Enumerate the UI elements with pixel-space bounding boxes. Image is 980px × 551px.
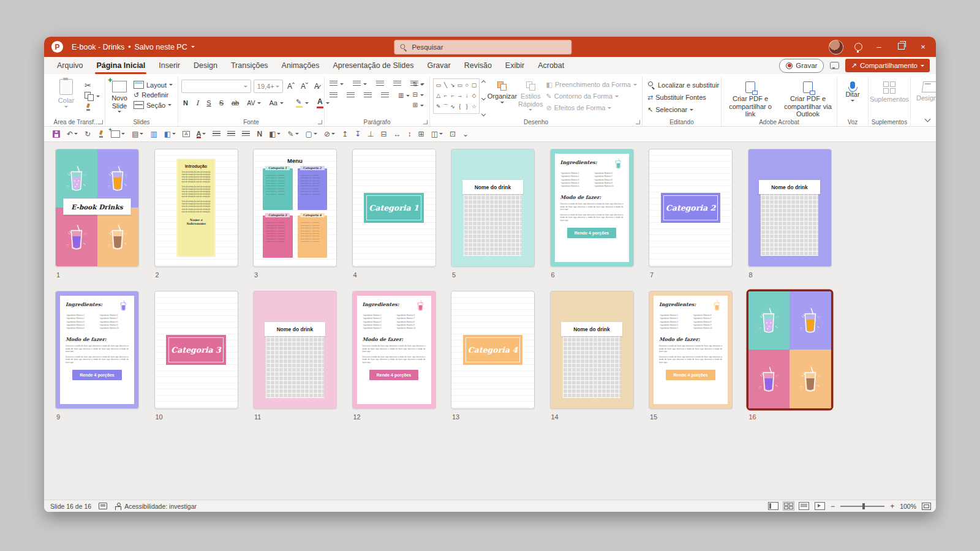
slide-thumbnail-5[interactable]: Nome do drink bbox=[451, 149, 535, 267]
shape-cell[interactable]: ⌐ bbox=[449, 92, 456, 100]
minimize-button[interactable]: – bbox=[873, 42, 884, 51]
underline-button[interactable]: S bbox=[205, 99, 213, 107]
qat-align-right[interactable] bbox=[242, 131, 250, 137]
create-pdf-link-button[interactable]: Criar PDF e compartilhar o link bbox=[725, 77, 776, 118]
dialog-launcher-icon[interactable] bbox=[99, 120, 103, 124]
find-replace-button[interactable]: Localizar e substituir bbox=[646, 80, 718, 89]
qat-align-left[interactable] bbox=[213, 131, 221, 137]
tab-design[interactable]: Design bbox=[187, 57, 224, 74]
shape-cell[interactable]: ▢ bbox=[470, 81, 478, 90]
shape-cell[interactable]: ↘ bbox=[449, 81, 456, 90]
strikethrough-button[interactable]: S bbox=[217, 99, 225, 107]
shape-cell[interactable]: ╲ bbox=[442, 81, 450, 90]
grow-font-button[interactable]: Aˆ bbox=[285, 81, 296, 91]
close-button[interactable]: × bbox=[918, 42, 929, 51]
tab-arquivo[interactable]: Arquivo bbox=[50, 57, 89, 74]
replace-fonts-button[interactable]: ⇄Substituir Fontes bbox=[646, 93, 718, 102]
shape-cell[interactable]: ◇ bbox=[470, 92, 478, 100]
highlight-color-button[interactable]: ✎ bbox=[294, 97, 311, 108]
user-avatar[interactable] bbox=[829, 40, 843, 54]
slide-thumbnail-13[interactable]: Categoria 4 bbox=[451, 291, 535, 409]
text-direction-button[interactable]: ⇅ bbox=[411, 81, 426, 88]
new-slide-button[interactable]: Novo Slide bbox=[108, 77, 130, 118]
qat-align-middle[interactable]: ⊟ bbox=[381, 130, 387, 138]
slide-thumbnail-15[interactable]: Ingredientes:♡♡· Ingrediente Número 1· I… bbox=[649, 291, 733, 409]
shrink-font-button[interactable]: Aˇ bbox=[299, 81, 310, 91]
tab-animacoes[interactable]: Animações bbox=[275, 57, 326, 74]
format-painter-button[interactable] bbox=[83, 103, 102, 111]
shape-cell[interactable]: ○ bbox=[464, 81, 471, 90]
qat-crop[interactable]: ⊡ bbox=[450, 130, 456, 138]
qat-text-box[interactable]: A bbox=[183, 131, 189, 137]
slide-thumbnail-3[interactable]: MenuCategoria 1· Drink número 1 - descri… bbox=[253, 149, 337, 267]
addins-button[interactable]: Suplementos bbox=[872, 77, 907, 103]
shape-cell[interactable]: ⌐ bbox=[442, 92, 450, 100]
italic-button[interactable]: I bbox=[194, 99, 200, 108]
fit-slide-icon[interactable] bbox=[922, 503, 931, 510]
qat-align-center-v[interactable]: ⊞ bbox=[418, 130, 424, 138]
align-center-button[interactable] bbox=[345, 92, 356, 99]
shape-effects-button[interactable]: ⊘Efeitos de Forma bbox=[544, 103, 639, 112]
align-left-button[interactable] bbox=[328, 92, 339, 99]
double-strikethrough-button[interactable]: ab bbox=[230, 99, 241, 107]
document-title[interactable]: E-book - Drinks • Salvo neste PC bbox=[72, 43, 195, 51]
slide-thumbnail-14[interactable]: Nome do drink bbox=[550, 291, 634, 409]
record-button[interactable]: Gravar bbox=[779, 59, 824, 73]
shape-cell[interactable]: ☆ bbox=[470, 103, 478, 111]
qat-more-commands[interactable]: ⌄ bbox=[462, 130, 469, 138]
reading-view-button[interactable] bbox=[799, 502, 809, 510]
increase-indent-button[interactable] bbox=[391, 80, 403, 88]
select-button[interactable]: ↖Selecionar bbox=[646, 105, 718, 114]
qat-shape-effects[interactable]: ⊘ bbox=[324, 130, 335, 138]
shape-cell[interactable]: ∿ bbox=[449, 103, 456, 111]
restore-button[interactable] bbox=[895, 42, 907, 51]
section-button[interactable]: Seção bbox=[132, 100, 175, 110]
qat-shape-styles[interactable]: ▢ bbox=[306, 130, 317, 138]
normal-view-button[interactable] bbox=[768, 502, 778, 510]
arrange-button[interactable]: Organizar bbox=[488, 77, 517, 118]
qat-design-ideas[interactable]: ◧ bbox=[164, 130, 176, 138]
tab-acrobat[interactable]: Acrobat bbox=[531, 57, 571, 74]
zoom-slider-thumb[interactable] bbox=[862, 503, 865, 509]
decrease-indent-button[interactable] bbox=[374, 80, 386, 88]
slide-thumbnail-16[interactable]: ♡♡♡♡♡♡♡♡ bbox=[748, 291, 832, 409]
shape-cell[interactable]: △ bbox=[435, 92, 442, 100]
qat-distribute-horizontal[interactable]: ↔ bbox=[394, 130, 401, 138]
dictate-button[interactable]: Ditar bbox=[840, 77, 865, 102]
zoom-out-button[interactable]: − bbox=[831, 503, 835, 510]
tab-transicoes[interactable]: Transições bbox=[224, 57, 275, 74]
lightbulb-icon[interactable] bbox=[854, 43, 862, 51]
shape-cell[interactable]: } bbox=[464, 103, 471, 111]
qat-new-slide[interactable] bbox=[111, 130, 125, 138]
qat-shape-outline[interactable]: ✎ bbox=[287, 130, 298, 138]
qat-format-painter[interactable] bbox=[97, 130, 104, 138]
paste-button[interactable]: Colar bbox=[51, 77, 81, 118]
qat-bold[interactable]: N bbox=[257, 130, 262, 138]
layout-button[interactable]: Layout bbox=[132, 80, 175, 89]
tab-exibir[interactable]: Exibir bbox=[499, 57, 531, 74]
qat-save[interactable] bbox=[53, 130, 60, 138]
tab-inserir[interactable]: Inserir bbox=[152, 57, 187, 74]
slideshow-button[interactable] bbox=[815, 502, 825, 510]
slide-thumbnail-9[interactable]: Ingredientes:♡♡· Ingrediente Número 1· I… bbox=[55, 291, 139, 409]
search-box[interactable]: Pesquisar bbox=[394, 40, 571, 54]
dialog-launcher-icon[interactable] bbox=[318, 120, 322, 124]
tab-revisao[interactable]: Revisão bbox=[458, 57, 499, 74]
slide-sorter-view-button[interactable] bbox=[784, 503, 793, 509]
shape-cell[interactable]: → bbox=[456, 92, 464, 100]
zoom-level[interactable]: 100% bbox=[900, 503, 916, 510]
qat-reuse-slides[interactable]: ▥ bbox=[150, 130, 157, 138]
quick-styles-button[interactable]: Estilos Rápidos bbox=[518, 77, 543, 118]
numbering-button[interactable] bbox=[351, 80, 369, 88]
qat-merge-shapes[interactable]: ◫ bbox=[431, 130, 443, 138]
shape-cell[interactable]: ▭ bbox=[456, 81, 464, 90]
dialog-launcher-icon[interactable] bbox=[423, 120, 428, 124]
columns-button[interactable]: ▥ bbox=[396, 92, 412, 99]
slide-thumbnail-8[interactable]: Nome do drink bbox=[748, 149, 832, 267]
accessibility-status[interactable]: Acessibilidade: investigar bbox=[115, 503, 197, 510]
font-name-combo[interactable] bbox=[181, 80, 251, 93]
qat-align-bottom[interactable]: ⊥ bbox=[368, 130, 374, 138]
qat-font-color[interactable]: A bbox=[197, 130, 206, 137]
cut-button[interactable]: ✂ bbox=[83, 81, 102, 90]
share-button[interactable]: ↗ Compartilhamento bbox=[845, 59, 930, 72]
